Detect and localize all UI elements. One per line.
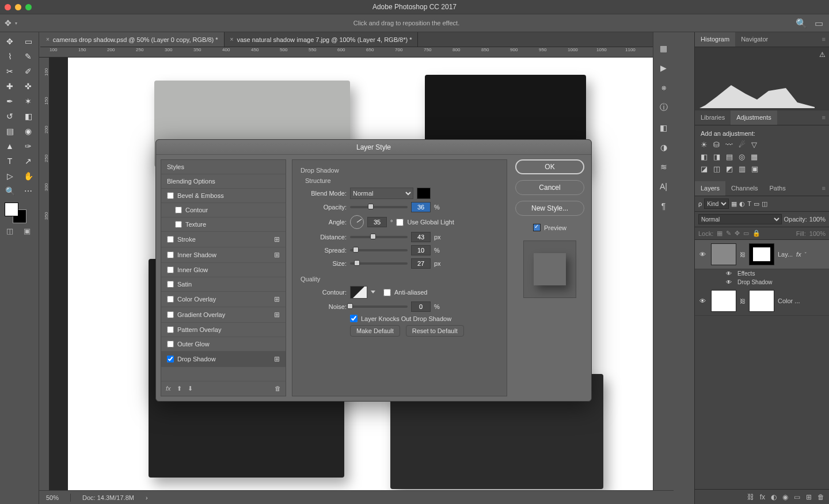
doc-size[interactable]: Doc: 14.3M/17.8M: [82, 494, 134, 501]
stamp-tool[interactable]: ✶: [20, 94, 37, 108]
move-up-icon[interactable]: ⬆: [177, 385, 182, 392]
path-tool[interactable]: ↗: [20, 154, 37, 168]
lock-pixels-icon[interactable]: ✎: [726, 230, 731, 237]
opacity-value[interactable]: 100%: [809, 216, 826, 223]
lut-icon[interactable]: ▦: [751, 152, 758, 161]
healing-tool[interactable]: ✜: [20, 79, 37, 93]
styles-header[interactable]: Styles: [161, 160, 286, 174]
blend-mode-select[interactable]: Normal: [698, 214, 782, 224]
fx-inner-shadow[interactable]: Inner Shadow⊞: [161, 247, 286, 263]
layer-thumb[interactable]: [711, 243, 736, 265]
noise-input[interactable]: [411, 301, 431, 312]
tab-libraries[interactable]: Libraries: [695, 110, 731, 125]
photo-filter-icon[interactable]: ▤: [726, 152, 733, 161]
blur-tool[interactable]: ◉: [20, 124, 37, 138]
layer-thumb[interactable]: [711, 290, 736, 312]
filter-shape-icon[interactable]: ▭: [754, 200, 759, 208]
layer-fx-icon[interactable]: fx: [760, 493, 765, 501]
lock-artboard-icon[interactable]: ▭: [743, 230, 749, 237]
layer-item[interactable]: 👁 ⛓ Color ...: [695, 287, 829, 316]
lock-all-icon[interactable]: 🔒: [752, 230, 760, 237]
layer-mask[interactable]: [749, 243, 774, 265]
move-tool[interactable]: ✥: [1, 35, 18, 48]
spread-input[interactable]: [411, 245, 431, 255]
lock-move-icon[interactable]: ✥: [735, 230, 740, 237]
layer-mask[interactable]: [749, 290, 774, 312]
tab-channels[interactable]: Channels: [725, 181, 763, 196]
panel-menu-icon[interactable]: ≡: [819, 110, 829, 125]
color-swatches[interactable]: [5, 203, 32, 223]
fx-gradient-overlay[interactable]: Gradient Overlay⊞: [161, 307, 286, 323]
status-chevron-icon[interactable]: ›: [146, 494, 148, 501]
reset-default-button[interactable]: Reset to Default: [406, 325, 464, 337]
doc-tab-1[interactable]: ×cameras drop shadow.psd @ 50% (Layer 0 …: [40, 32, 225, 47]
ok-button[interactable]: OK: [515, 159, 584, 174]
fx-outer-glow[interactable]: Outer Glow: [161, 337, 286, 352]
add-icon[interactable]: ⊞: [274, 235, 280, 243]
move-tool-icon[interactable]: ✥: [5, 18, 12, 28]
gradient-tool[interactable]: ▤: [1, 124, 18, 138]
color-panel-icon[interactable]: ◑: [660, 143, 667, 152]
exposure-icon[interactable]: ☄: [739, 140, 746, 149]
tab-adjustments[interactable]: Adjustments: [731, 110, 777, 125]
visibility-icon[interactable]: 👁: [697, 297, 708, 304]
size-input[interactable]: [411, 258, 431, 269]
screen-mode-icon[interactable]: ▣: [18, 224, 36, 237]
warning-icon[interactable]: ⚠: [819, 51, 826, 59]
fx-bevel-emboss[interactable]: Bevel & Emboss: [161, 189, 286, 203]
bw-icon[interactable]: ◨: [713, 152, 720, 161]
pen-tool[interactable]: ✑: [20, 139, 37, 153]
search-icon[interactable]: 🔍: [796, 18, 807, 29]
filter-smart-icon[interactable]: ◫: [762, 200, 767, 208]
add-icon[interactable]: ⊞: [274, 355, 280, 363]
layer-name[interactable]: Lay...: [778, 251, 793, 258]
fx-satin[interactable]: Satin: [161, 277, 286, 292]
visibility-icon[interactable]: 👁: [724, 270, 734, 277]
type-tool[interactable]: T: [1, 154, 18, 168]
quick-mask-icon[interactable]: ◫: [1, 224, 18, 237]
threshold-icon[interactable]: ◩: [726, 165, 733, 173]
brush-tool[interactable]: ✒: [1, 94, 18, 108]
chevron-down-icon[interactable]: [371, 291, 375, 294]
knockout-checkbox[interactable]: [350, 315, 358, 322]
layer-name[interactable]: Color ...: [778, 297, 800, 304]
panel-menu-icon[interactable]: ≡: [819, 181, 829, 196]
fx-menu-icon[interactable]: fx: [166, 385, 171, 392]
fx-texture[interactable]: Texture: [161, 217, 286, 232]
new-style-button[interactable]: New Style...: [515, 201, 584, 216]
marquee-tool[interactable]: ▭: [20, 35, 37, 48]
brightness-icon[interactable]: ☀: [701, 140, 708, 149]
paragraph-panel-icon[interactable]: ¶: [661, 201, 666, 211]
swatch-panel-icon[interactable]: ◧: [660, 123, 667, 132]
history-icon[interactable]: ▦: [660, 44, 667, 53]
layer-item[interactable]: 👁 ⛓ Lay... fx ˇ: [695, 240, 829, 269]
fx-stroke[interactable]: Stroke⊞: [161, 232, 286, 247]
char-panel-icon[interactable]: A|: [660, 182, 667, 191]
paths-panel-icon[interactable]: ≋: [660, 162, 667, 171]
effect-drop-shadow-row[interactable]: 👁Drop Shadow: [695, 278, 829, 287]
filter-adjust-icon[interactable]: ◐: [739, 200, 745, 208]
size-slider[interactable]: [350, 262, 408, 265]
blending-options[interactable]: Blending Options: [161, 174, 286, 189]
tab-layers[interactable]: Layers: [695, 181, 725, 196]
tab-paths[interactable]: Paths: [764, 181, 792, 196]
hue-icon[interactable]: ◧: [701, 152, 708, 161]
add-icon[interactable]: ⊞: [274, 311, 280, 319]
checkbox-icon[interactable]: [533, 224, 541, 231]
move-down-icon[interactable]: ⬇: [188, 385, 193, 392]
selective-color-icon[interactable]: ▣: [751, 165, 758, 173]
patch-tool[interactable]: ✚: [1, 79, 18, 93]
zoom-tool[interactable]: 🔍: [1, 184, 18, 198]
foreground-color[interactable]: [5, 203, 18, 216]
fx-pattern-overlay[interactable]: Pattern Overlay: [161, 323, 286, 337]
distance-input[interactable]: [411, 232, 431, 242]
shadow-color-swatch[interactable]: [417, 188, 431, 199]
workspace-icon[interactable]: ▭: [813, 18, 824, 29]
vibrance-icon[interactable]: ▽: [751, 140, 757, 149]
opacity-slider[interactable]: [350, 206, 408, 208]
close-icon[interactable]: ×: [230, 36, 234, 43]
direct-select-tool[interactable]: ▷: [1, 169, 18, 183]
distance-slider[interactable]: [350, 236, 408, 238]
link-icon[interactable]: ⛓: [740, 298, 746, 304]
expand-icon[interactable]: ˇ: [805, 251, 807, 257]
